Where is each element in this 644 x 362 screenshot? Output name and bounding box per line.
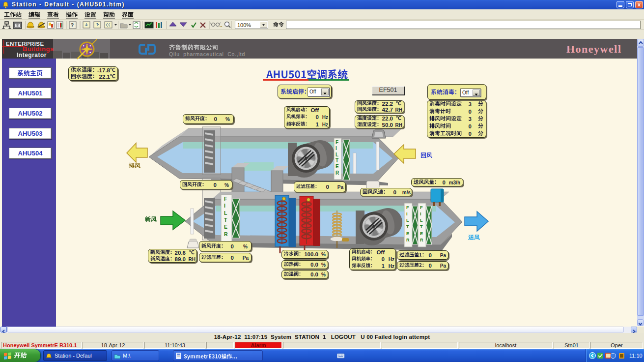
svg-text:E: E (406, 231, 409, 236)
svg-text:E: E (224, 224, 227, 230)
svg-text:L: L (336, 152, 338, 157)
svg-text:R: R (420, 238, 423, 242)
svg-text:R: R (336, 170, 339, 176)
svg-text:R: R (406, 238, 410, 242)
svg-text:I: I (336, 146, 337, 151)
svg-text:L: L (224, 210, 227, 216)
svg-text:E: E (420, 231, 423, 236)
svg-text:I: I (406, 211, 408, 216)
svg-text:E: E (336, 164, 339, 169)
svg-text:F: F (406, 205, 409, 210)
svg-text:F: F (420, 205, 423, 210)
svg-text:F: F (224, 196, 227, 202)
svg-text:T: T (224, 217, 227, 223)
svg-text:F: F (336, 140, 338, 145)
svg-text:?: ? (71, 23, 74, 28)
svg-text:I: I (224, 203, 225, 209)
svg-text:T: T (406, 224, 409, 229)
svg-text:L: L (406, 218, 409, 223)
svg-text:I: I (420, 211, 421, 216)
svg-text:T: T (420, 224, 423, 229)
svg-text:R: R (224, 231, 228, 237)
svg-text:T: T (336, 158, 338, 163)
svg-text:L: L (420, 218, 423, 223)
